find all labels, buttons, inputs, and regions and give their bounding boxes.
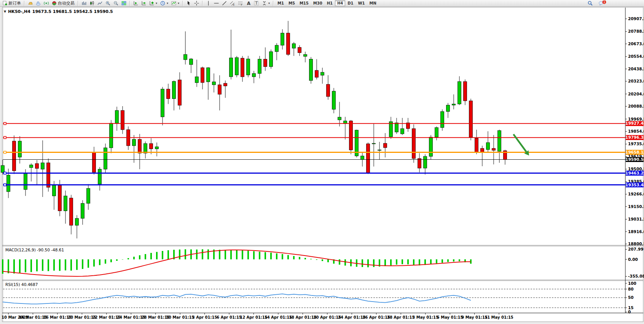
zoom-out-button[interactable] [112, 0, 120, 6]
candle-body [252, 73, 256, 77]
text-tool[interactable]: A [244, 0, 252, 6]
candle-body [7, 175, 10, 192]
svg-text:18916.0: 18916.0 [628, 229, 644, 234]
trend-icon [222, 1, 227, 6]
candle-body [98, 169, 102, 184]
cursor-tool-button[interactable] [185, 0, 193, 6]
new-chart-button[interactable]: ▾ [148, 0, 159, 6]
template-button[interactable]: ▾ [170, 0, 181, 6]
horizontal-line-tool[interactable] [212, 0, 220, 6]
candle-body [429, 137, 433, 157]
time-axis-label: 20 Mar 01:15 [68, 315, 96, 319]
vertical-line-tool[interactable] [204, 0, 212, 6]
chevron-down-icon[interactable]: ▼ [4, 10, 6, 13]
chevron-down-icon: ▾ [167, 2, 168, 5]
timeframe-m1-button[interactable]: M1 [275, 0, 286, 6]
svg-text:20438.5: 20438.5 [628, 67, 644, 71]
svg-text:19854.0: 19854.0 [628, 129, 644, 133]
candle-body [161, 89, 164, 117]
svg-text:20788.5: 20788.5 [628, 29, 644, 33]
chat-button[interactable]: 1 [597, 0, 605, 6]
top-toolbar: 新订单自动交易▾▾▾EFAT▾M1M5M15M30H1H4D1W1MN1 [0, 0, 644, 7]
candle-body [144, 143, 147, 153]
level-anchor[interactable] [4, 184, 6, 186]
candle-body [378, 150, 381, 150]
svg-text:207.99: 207.99 [628, 247, 644, 251]
svg-text:19658.1: 19658.1 [625, 150, 644, 154]
level-anchor[interactable] [4, 122, 6, 125]
candle-body [367, 144, 370, 173]
trendline-tool[interactable] [220, 0, 228, 6]
candle-body [81, 203, 84, 218]
svg-text:50: 50 [628, 295, 634, 300]
candle-body [412, 129, 416, 159]
candlestick-chart-button[interactable] [88, 0, 96, 6]
auto-scroll-button[interactable] [132, 0, 140, 6]
arrows-tool[interactable]: ▾ [260, 0, 271, 6]
timeframe-h4-button[interactable]: H4 [335, 0, 345, 6]
candle-body [13, 141, 16, 171]
profile-button[interactable] [34, 0, 42, 6]
candle-body [441, 111, 444, 127]
toolbar-separator [182, 1, 183, 6]
time-axis-label: 6 Apr 01:15 [217, 315, 242, 319]
candle-body [264, 59, 267, 67]
level-anchor[interactable] [4, 172, 6, 174]
time-axis-label: 22 Mar 01:15 [92, 315, 121, 319]
tile-windows-button[interactable] [120, 0, 128, 6]
notification-badge: 1 [602, 0, 606, 4]
svg-text:19463.2: 19463.2 [625, 171, 644, 175]
crosshair-tool-button[interactable] [193, 0, 201, 6]
signals-button[interactable] [42, 0, 50, 6]
candle-body [230, 58, 233, 77]
timeframe-h1-button[interactable]: H1 [325, 0, 335, 6]
line-chart-button[interactable] [96, 0, 104, 6]
level-anchor[interactable] [4, 137, 6, 139]
timeframe-mn-button[interactable]: MN [367, 0, 379, 6]
candle-body [150, 143, 153, 149]
svg-text:15: 15 [628, 305, 634, 310]
search-button[interactable] [586, 0, 594, 6]
candle-body [212, 82, 216, 85]
candle-body [486, 143, 490, 149]
candle-body [184, 54, 187, 60]
svg-text:20673.0: 20673.0 [628, 41, 644, 46]
candle-body [18, 141, 22, 157]
zoom_out-icon [113, 1, 118, 6]
timeframe-w1-button[interactable]: W1 [356, 0, 367, 6]
svg-text:19353.4: 19353.4 [625, 183, 644, 187]
ohlc-values: 19673.5 19681.5 19542.5 19590.5 [32, 9, 113, 14]
period-button[interactable]: ▾ [159, 0, 170, 6]
zoom-in-button[interactable] [104, 0, 112, 6]
candle-body [332, 91, 336, 110]
timeframe-d1-button[interactable]: D1 [345, 0, 355, 6]
toolbar-separator [78, 1, 78, 6]
textA-icon: A [246, 1, 251, 6]
candle-body [384, 143, 387, 148]
fibonacci-tool[interactable]: F [236, 0, 244, 6]
candle-body [401, 129, 404, 134]
chart_plus-icon [149, 1, 154, 6]
time-axis-label: 14 Mar 01:15 [19, 315, 47, 319]
candle-body [53, 185, 56, 196]
timeframe-m5-button[interactable]: M5 [286, 0, 297, 6]
candle-body [418, 159, 421, 168]
svg-text:20554.0: 20554.0 [628, 54, 644, 59]
candle-body [258, 59, 261, 74]
bar-chart-button[interactable] [80, 0, 88, 6]
channel-tool[interactable]: E [228, 0, 236, 6]
chart-window [2, 7, 643, 322]
candle-body [190, 59, 193, 65]
candle-body [395, 123, 399, 132]
chart-canvas[interactable]: 20907.520788.520673.020554.020438.520323… [0, 0, 644, 324]
timeframe-m30-button[interactable]: M30 [311, 0, 325, 6]
new-order-button[interactable]: 新订单 [1, 0, 22, 6]
auto-trading-button[interactable]: 自动交易 [50, 0, 76, 6]
svg-text:20088.5: 20088.5 [628, 104, 644, 108]
market-watch-button[interactable] [26, 0, 34, 6]
chart-shift-button[interactable] [140, 0, 148, 6]
level-anchor[interactable] [4, 151, 6, 153]
timeframe-m15-button[interactable]: M15 [297, 0, 311, 6]
svg-text:19266.0: 19266.0 [628, 192, 644, 196]
label-tool[interactable]: T [252, 0, 260, 6]
